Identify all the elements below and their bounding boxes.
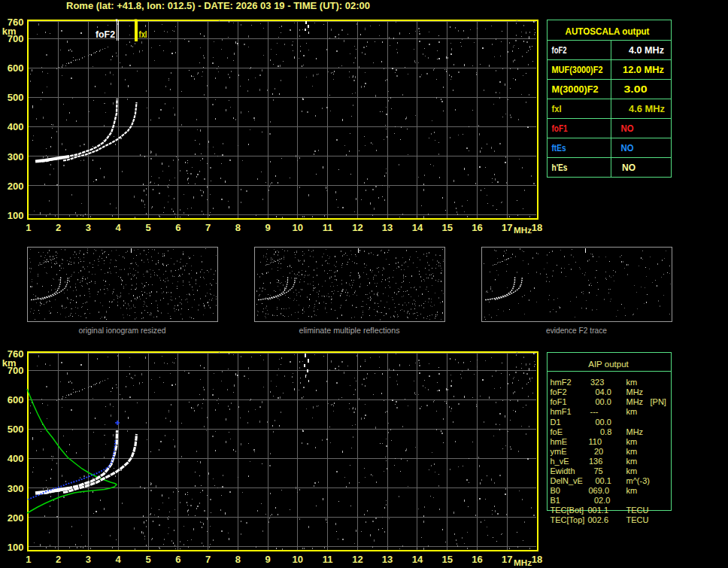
- svg-text:5: 5: [145, 554, 150, 565]
- svg-text:001.1: 001.1: [588, 506, 609, 515]
- svg-text:00.0: 00.0: [596, 397, 611, 406]
- svg-text:TECU: TECU: [626, 515, 649, 524]
- svg-text:9: 9: [265, 222, 270, 233]
- svg-text:foF2: foF2: [96, 29, 115, 40]
- svg-text:---: ---: [590, 407, 599, 416]
- svg-text:km: km: [626, 466, 638, 475]
- svg-text:km: km: [626, 378, 638, 387]
- svg-text:foF1: foF1: [552, 123, 568, 134]
- svg-text:D1: D1: [551, 418, 561, 427]
- svg-text:B1: B1: [551, 496, 560, 505]
- svg-text:MHz: MHz: [626, 427, 644, 436]
- svg-text:B0: B0: [551, 486, 560, 495]
- svg-text:600: 600: [8, 62, 24, 74]
- svg-text:foF1: foF1: [551, 397, 567, 406]
- svg-text:14: 14: [412, 554, 423, 565]
- svg-text:100: 100: [8, 210, 24, 221]
- svg-text:h'Es: h'Es: [552, 163, 568, 173]
- svg-text:m^(-3): m^(-3): [626, 476, 650, 485]
- svg-text:18: 18: [532, 222, 542, 233]
- svg-text:7: 7: [205, 554, 211, 565]
- svg-text:TEC[Bot]: TEC[Bot]: [551, 506, 584, 515]
- svg-text:8: 8: [235, 222, 241, 233]
- svg-text:foF2: foF2: [551, 387, 567, 396]
- svg-text:foE: foE: [551, 427, 563, 436]
- svg-text:600: 600: [8, 394, 24, 405]
- svg-text:NO: NO: [621, 143, 634, 153]
- svg-text:500: 500: [8, 424, 24, 435]
- svg-text:7: 7: [205, 222, 211, 233]
- svg-text:AIP output: AIP output: [588, 360, 629, 369]
- svg-text:200: 200: [8, 181, 24, 192]
- svg-text:300: 300: [8, 151, 24, 163]
- svg-text:2: 2: [56, 554, 61, 565]
- svg-text:323: 323: [590, 378, 604, 387]
- svg-text:6: 6: [175, 222, 180, 233]
- svg-text:100: 100: [8, 542, 24, 553]
- svg-text:04.0: 04.0: [596, 387, 611, 396]
- svg-text:MHz: MHz: [626, 397, 644, 406]
- svg-text:8: 8: [235, 554, 241, 565]
- svg-text:300: 300: [8, 483, 24, 494]
- svg-text:DelN_vE: DelN_vE: [551, 476, 583, 485]
- svg-text:MUF(3000)F2: MUF(3000)F2: [552, 65, 603, 75]
- svg-text:km: km: [626, 437, 638, 446]
- svg-text:[PN]: [PN]: [651, 397, 666, 406]
- svg-text:fxI: fxI: [552, 104, 562, 114]
- svg-text:136: 136: [589, 457, 602, 466]
- svg-text:TEC[Top]: TEC[Top]: [551, 515, 585, 524]
- svg-text:700: 700: [8, 365, 24, 376]
- svg-text:hmF2: hmF2: [551, 378, 572, 387]
- svg-text:Ewidth: Ewidth: [551, 466, 575, 475]
- svg-text:ymE: ymE: [551, 447, 567, 456]
- svg-text:km: km: [626, 486, 638, 495]
- svg-text:10: 10: [293, 222, 303, 233]
- svg-text:0.8: 0.8: [600, 427, 611, 436]
- svg-text:110: 110: [589, 437, 602, 446]
- svg-text:15: 15: [441, 554, 452, 565]
- svg-text:069.0: 069.0: [589, 486, 610, 495]
- svg-text:20: 20: [594, 447, 603, 456]
- svg-text:MHz: MHz: [514, 226, 532, 235]
- svg-text:ftEs: ftEs: [552, 143, 566, 153]
- svg-text:6: 6: [175, 554, 180, 565]
- svg-text:14: 14: [412, 222, 423, 233]
- svg-text:NO: NO: [622, 163, 635, 173]
- svg-text:5: 5: [145, 222, 150, 233]
- svg-text:75: 75: [594, 466, 603, 475]
- svg-text:MHz: MHz: [626, 387, 644, 396]
- svg-text:AUTOSCALA output: AUTOSCALA output: [566, 26, 650, 37]
- svg-text:3: 3: [86, 554, 91, 565]
- svg-text:4.0 MHz: 4.0 MHz: [629, 45, 664, 56]
- svg-text:13: 13: [382, 554, 393, 565]
- svg-text:17: 17: [502, 222, 512, 233]
- svg-text:hmF1: hmF1: [551, 407, 572, 416]
- svg-text:18: 18: [532, 554, 542, 565]
- svg-text:NO: NO: [621, 123, 634, 134]
- svg-text:00.0: 00.0: [596, 418, 611, 427]
- svg-text:Rome (lat: +41.8, lon: 012.5): Rome (lat: +41.8, lon: 012.5) - DATE: 20…: [66, 1, 370, 11]
- svg-text:400: 400: [8, 453, 24, 464]
- svg-text:4: 4: [116, 554, 122, 565]
- svg-text:11: 11: [323, 222, 333, 233]
- svg-text:00.1: 00.1: [596, 476, 611, 485]
- svg-text:km: km: [626, 457, 638, 466]
- svg-text:km: km: [626, 447, 638, 456]
- svg-text:15: 15: [441, 222, 452, 233]
- svg-text:3: 3: [86, 222, 91, 233]
- svg-text:4: 4: [116, 222, 122, 233]
- svg-text:02.0: 02.0: [594, 496, 610, 505]
- svg-text:700: 700: [8, 33, 24, 44]
- svg-text:200: 200: [8, 512, 24, 524]
- svg-text:h_vE: h_vE: [551, 457, 569, 466]
- svg-text:16: 16: [472, 222, 482, 233]
- svg-text:11: 11: [323, 554, 333, 565]
- svg-text:evidence F2 trace: evidence F2 trace: [546, 326, 607, 335]
- svg-text:1: 1: [26, 554, 31, 565]
- svg-text:fxI: fxI: [139, 29, 147, 40]
- svg-text:2: 2: [56, 222, 61, 233]
- svg-text:4.6 MHz: 4.6 MHz: [629, 104, 665, 114]
- svg-text:13: 13: [382, 222, 393, 233]
- svg-text:TECU: TECU: [626, 506, 649, 515]
- svg-text:foF2: foF2: [552, 45, 567, 56]
